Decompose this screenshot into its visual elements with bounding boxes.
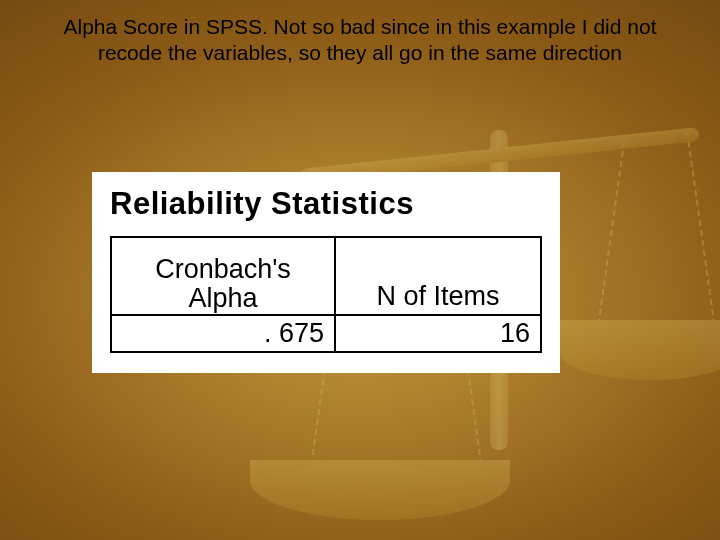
col-header-nitems: N of Items xyxy=(335,237,541,315)
table-row: . 675 16 xyxy=(111,315,541,352)
value-n-items: 16 xyxy=(335,315,541,352)
slide-title: Alpha Score in SPSS. Not so bad since in… xyxy=(40,14,680,67)
col-header-alpha-line1: Cronbach's xyxy=(122,255,324,283)
panel-heading: Reliability Statistics xyxy=(110,186,542,222)
col-header-alpha-line2: Alpha xyxy=(122,284,324,312)
reliability-table: Cronbach's Alpha N of Items . 675 16 xyxy=(110,236,542,353)
col-header-alpha: Cronbach's Alpha xyxy=(111,237,335,315)
table-header-row: Cronbach's Alpha N of Items xyxy=(111,237,541,315)
value-cronbach-alpha: . 675 xyxy=(111,315,335,352)
stats-panel: Reliability Statistics Cronbach's Alpha … xyxy=(92,172,560,373)
